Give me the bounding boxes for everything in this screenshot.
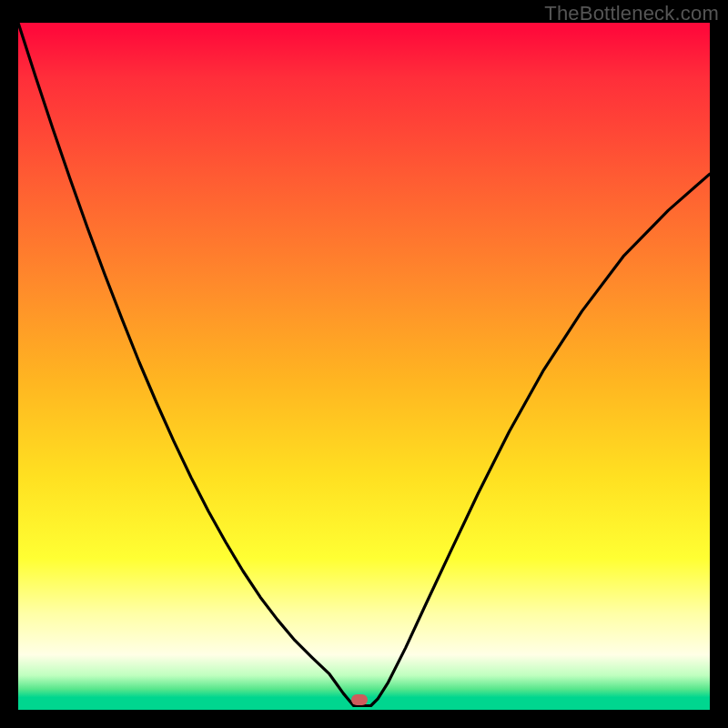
watermark-text: TheBottleneck.com: [544, 2, 719, 25]
bottleneck-curve: [18, 23, 710, 710]
plot-area: [18, 23, 710, 710]
chart-frame: TheBottleneck.com: [0, 0, 728, 728]
optimal-point-marker: [351, 694, 368, 705]
